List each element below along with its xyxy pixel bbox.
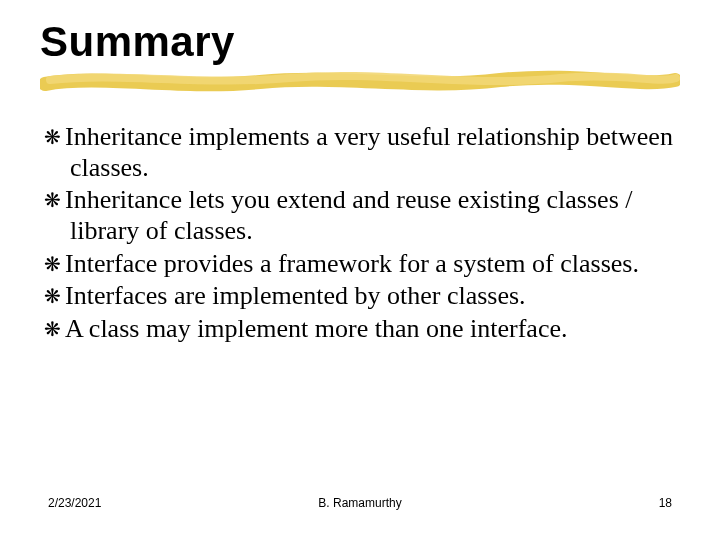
bullet-text: A class may implement more than one inte… (65, 314, 568, 343)
brush-underline-icon (40, 66, 680, 96)
footer-page-number: 18 (659, 496, 672, 510)
bullet-text: Interfaces are implemented by other clas… (65, 281, 526, 310)
footer-date: 2/23/2021 (48, 496, 101, 510)
list-item: ❋Inheritance implements a very useful re… (44, 122, 680, 183)
bullet-text: Inheritance lets you extend and reuse ex… (65, 185, 632, 245)
title-underline (40, 70, 680, 96)
bullet-text: Interface provides a framework for a sys… (65, 249, 639, 278)
bullet-icon: ❋ (44, 253, 65, 275)
list-item: ❋Interface provides a framework for a sy… (44, 249, 680, 280)
list-item: ❋Inheritance lets you extend and reuse e… (44, 185, 680, 246)
list-item: ❋Interfaces are implemented by other cla… (44, 281, 680, 312)
list-item: ❋A class may implement more than one int… (44, 314, 680, 345)
slide: Summary ❋Inheritance implements a very u… (0, 0, 720, 540)
bullet-list: ❋Inheritance implements a very useful re… (44, 122, 680, 345)
footer-author: B. Ramamurthy (318, 496, 401, 510)
bullet-icon: ❋ (44, 189, 65, 211)
bullet-text: Inheritance implements a very useful rel… (65, 122, 673, 182)
bullet-icon: ❋ (44, 126, 65, 148)
bullet-icon: ❋ (44, 318, 65, 340)
slide-title: Summary (40, 18, 680, 66)
bullet-icon: ❋ (44, 285, 65, 307)
